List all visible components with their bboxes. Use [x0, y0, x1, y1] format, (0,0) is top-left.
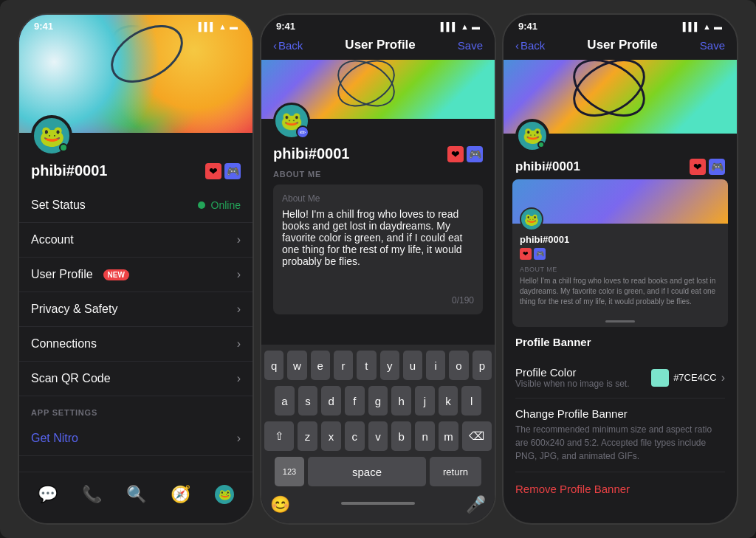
remove-banner-button[interactable]: Remove Profile Banner — [515, 472, 725, 506]
nav-search[interactable]: 🔍 — [126, 485, 146, 504]
chevron-icon-privacy: › — [237, 303, 241, 316]
online-indicator — [59, 143, 68, 152]
badge-blue-3: 🎮 — [709, 159, 725, 175]
mini-about-label: ABOUT ME — [520, 266, 721, 273]
privacy-safety-label: Privacy & Safety — [31, 303, 117, 316]
kb-bottom: 😊 🎤 — [264, 492, 492, 520]
space-key[interactable]: space — [308, 457, 426, 486]
mini-preview: 🐸 phibi#0001 ❤ 🎮 ABOUT ME Hello! I'm a c… — [512, 179, 728, 327]
status-online-text: Online — [211, 199, 241, 211]
nav-calls[interactable]: 📞 — [82, 485, 102, 504]
key-w[interactable]: w — [287, 351, 306, 380]
key-k[interactable]: k — [439, 386, 458, 415]
profile-color-row[interactable]: Profile Color Visible when no image is s… — [515, 357, 725, 399]
user-row-2: phibi#0001 ❤ 🎮 — [261, 139, 495, 170]
back-button-3[interactable]: ‹ Back — [515, 39, 545, 52]
key-f[interactable]: f — [345, 386, 365, 415]
key-c[interactable]: c — [345, 421, 365, 451]
key-g[interactable]: g — [368, 386, 388, 415]
avatar-edit[interactable]: 🐸 ✏ — [273, 103, 310, 139]
key-p[interactable]: p — [472, 351, 492, 380]
key-e[interactable]: e — [311, 351, 330, 380]
profile-color-sub: Visible when no image is set. — [515, 379, 630, 389]
key-x[interactable]: x — [321, 421, 341, 451]
key-s[interactable]: s — [298, 386, 318, 415]
key-j[interactable]: j — [415, 386, 435, 415]
edit-pen-icon: ✏ — [296, 125, 309, 139]
nitro-label: Get Nitro — [31, 432, 78, 445]
delete-key[interactable]: ⌫ — [462, 421, 492, 451]
signal-icon: ▌▌▌ — [199, 22, 216, 31]
status-time: 9:41 — [34, 21, 53, 32]
key-y[interactable]: y — [380, 351, 399, 380]
username: phibi#0001 — [31, 162, 107, 179]
scan-qr-item[interactable]: Scan QR Code › — [19, 362, 252, 396]
status-icons-3: ▌▌▌ ▲ ▬ — [683, 22, 722, 31]
signal-icon-2: ▌▌▌ — [441, 22, 458, 31]
key-r[interactable]: r — [334, 351, 353, 380]
account-item[interactable]: Account › — [19, 223, 252, 258]
key-u[interactable]: u — [403, 351, 422, 380]
avatar-3[interactable]: 🐸 — [515, 119, 549, 153]
wifi-icon-2: ▲ — [461, 22, 469, 31]
kb-row-2: a s d f g h j k l — [264, 386, 492, 415]
chevron-icon-connections: › — [237, 337, 241, 351]
save-button-2[interactable]: Save — [458, 39, 483, 52]
user-profile-item-left: User Profile NEW — [31, 268, 129, 281]
user-profile-item[interactable]: User Profile NEW › — [19, 258, 252, 292]
username-2: phibi#0001 — [273, 145, 349, 162]
nav-header-2: ‹ Back User Profile Save — [261, 35, 495, 60]
shift-key[interactable]: ⇧ — [264, 421, 294, 451]
change-banner-section: Change Profile Banner The recommended mi… — [515, 399, 725, 472]
key-z[interactable]: z — [298, 421, 317, 451]
key-q[interactable]: q — [264, 351, 284, 380]
key-i[interactable]: i — [426, 351, 445, 380]
set-status-item[interactable]: Set Status Online — [19, 188, 252, 223]
nav-home[interactable]: 💬 — [38, 485, 58, 504]
back-button[interactable]: ‹ Back — [273, 39, 303, 52]
numbers-key[interactable]: 123 — [275, 457, 304, 486]
nav-discover[interactable]: 🧭 — [171, 485, 190, 504]
back-label: Back — [278, 39, 303, 52]
key-b[interactable]: b — [391, 421, 411, 451]
return-key[interactable]: return — [430, 457, 481, 486]
avatar[interactable]: 🐸 — [31, 115, 72, 156]
mic-button[interactable]: 🎤 — [466, 495, 486, 514]
chevron-icon-qr: › — [237, 372, 241, 385]
profile-color-info: Profile Color Visible when no image is s… — [515, 366, 630, 389]
key-h[interactable]: h — [391, 386, 411, 415]
phones-container: 9:41 ▌▌▌ ▲ ▬ 🐸 phibi#0001 ❤ 🎮 — [0, 0, 756, 538]
mini-avatar: 🐸 — [520, 207, 543, 231]
get-nitro-item[interactable]: Get Nitro › — [19, 421, 252, 456]
badge-red-2: ❤ — [447, 146, 464, 162]
battery-icon: ▬ — [230, 22, 238, 31]
app-settings-header: APP SETTINGS — [19, 396, 252, 421]
privacy-safety-item[interactable]: Privacy & Safety › — [19, 292, 252, 327]
profile-color-right: #7CE4CC › — [651, 369, 725, 387]
key-n[interactable]: n — [415, 421, 435, 451]
key-l[interactable]: l — [461, 386, 481, 415]
status-bar-3: 9:41 ▌▌▌ ▲ ▬ — [504, 15, 737, 35]
key-o[interactable]: o — [449, 351, 468, 380]
connections-label: Connections — [31, 337, 97, 351]
account-label: Account — [31, 233, 74, 246]
key-t[interactable]: t — [357, 351, 376, 380]
emoji-button[interactable]: 😊 — [270, 495, 290, 514]
connections-item[interactable]: Connections › — [19, 327, 252, 362]
wifi-icon-3: ▲ — [703, 22, 711, 31]
key-d[interactable]: d — [321, 386, 341, 415]
keyboard: q w e r t y u i o p a s d f g h j k — [261, 345, 495, 523]
back-arrow-icon: ‹ — [273, 39, 277, 52]
key-v[interactable]: v — [368, 421, 388, 451]
mini-badge-red: ❤ — [520, 248, 532, 260]
key-m[interactable]: m — [439, 421, 458, 451]
nav-avatar[interactable]: 🐸 — [215, 485, 234, 504]
page-title-3: User Profile — [587, 38, 657, 52]
mini-preview-body: phibi#0001 ❤ 🎮 ABOUT ME Hello! I'm a chi… — [512, 224, 728, 314]
online-dot-icon — [198, 201, 205, 209]
change-banner-title[interactable]: Change Profile Banner — [515, 407, 725, 420]
about-me-textarea[interactable]: Hello! I'm a chill frog who loves to rea… — [282, 208, 474, 289]
save-button-3[interactable]: Save — [700, 39, 725, 52]
user-info: phibi#0001 ❤ 🎮 — [19, 156, 252, 188]
key-a[interactable]: a — [275, 386, 295, 415]
